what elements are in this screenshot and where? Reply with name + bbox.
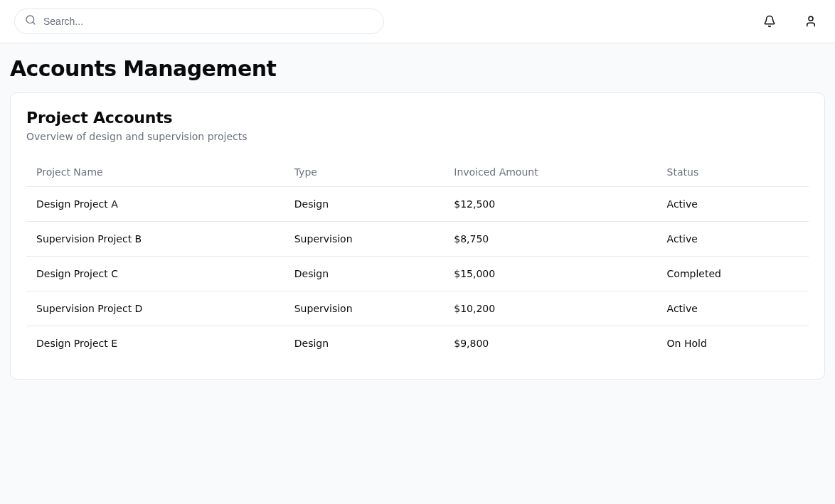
cell-status: Active bbox=[657, 222, 809, 257]
cell-type: Design bbox=[284, 187, 445, 222]
col-invoiced-amount: Invoiced Amount bbox=[444, 158, 656, 187]
cell-invoiced-amount: $12,500 bbox=[444, 187, 656, 222]
user-avatar-icon[interactable] bbox=[801, 11, 821, 31]
notification-bell-icon[interactable] bbox=[760, 11, 780, 31]
page: Accounts Management Project Accounts Ove… bbox=[0, 43, 835, 504]
cell-project-name: Design Project E bbox=[26, 326, 284, 361]
topbar-actions bbox=[760, 11, 821, 31]
cell-type: Design bbox=[284, 326, 445, 361]
cell-status: Active bbox=[657, 291, 809, 326]
table-row: Design Project E Design $9,800 On Hold bbox=[26, 326, 809, 361]
col-project-name: Project Name bbox=[26, 158, 284, 187]
search-input[interactable] bbox=[43, 16, 373, 27]
topbar bbox=[0, 0, 835, 43]
col-type: Type bbox=[284, 158, 445, 187]
cell-type: Design bbox=[284, 257, 445, 291]
search-icon bbox=[25, 14, 36, 28]
card-title: Project Accounts bbox=[26, 109, 809, 127]
cell-type: Supervision bbox=[284, 291, 445, 326]
page-title: Accounts Management bbox=[10, 56, 825, 81]
cell-status: On Hold bbox=[657, 326, 809, 361]
cell-project-name: Supervision Project B bbox=[26, 222, 284, 257]
cell-project-name: Design Project A bbox=[26, 187, 284, 222]
cell-status: Completed bbox=[657, 257, 809, 291]
projects-table: Project Name Type Invoiced Amount Status… bbox=[26, 158, 809, 360]
cell-invoiced-amount: $8,750 bbox=[444, 222, 656, 257]
search-wrap bbox=[14, 9, 384, 34]
col-status: Status bbox=[657, 158, 809, 187]
cell-invoiced-amount: $9,800 bbox=[444, 326, 656, 361]
cell-project-name: Supervision Project D bbox=[26, 291, 284, 326]
table-row: Supervision Project D Supervision $10,20… bbox=[26, 291, 809, 326]
project-accounts-card: Project Accounts Overview of design and … bbox=[10, 92, 825, 380]
table-row: Design Project C Design $15,000 Complete… bbox=[26, 257, 809, 291]
cell-invoiced-amount: $15,000 bbox=[444, 257, 656, 291]
table-row: Supervision Project B Supervision $8,750… bbox=[26, 222, 809, 257]
table-row: Design Project A Design $12,500 Active bbox=[26, 187, 809, 222]
cell-invoiced-amount: $10,200 bbox=[444, 291, 656, 326]
cell-type: Supervision bbox=[284, 222, 445, 257]
cell-status: Active bbox=[657, 187, 809, 222]
table-header-row: Project Name Type Invoiced Amount Status bbox=[26, 158, 809, 187]
card-subtitle: Overview of design and supervision proje… bbox=[26, 131, 809, 142]
cell-project-name: Design Project C bbox=[26, 257, 284, 291]
svg-point-1 bbox=[809, 16, 813, 21]
search-field[interactable] bbox=[14, 9, 384, 34]
